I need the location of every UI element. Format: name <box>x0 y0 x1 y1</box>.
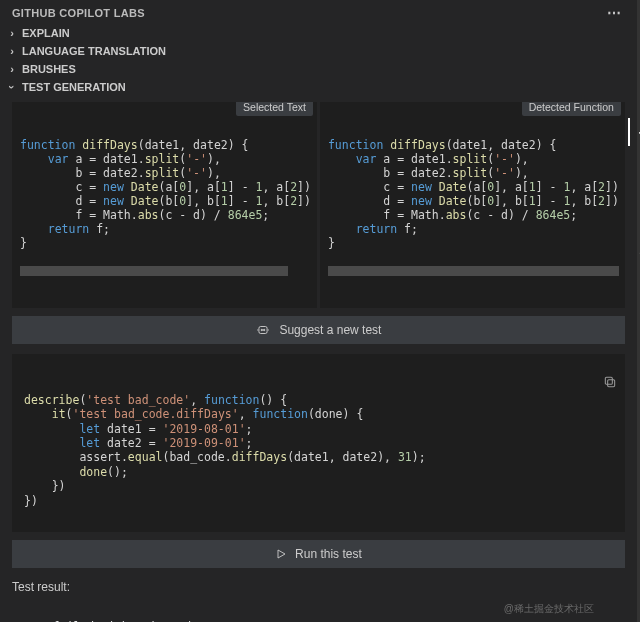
code-tag-detected: Detected Function <box>522 102 621 116</box>
chevron-right-icon: › <box>6 63 18 75</box>
generated-test-code: describe('test bad_code', function() { i… <box>12 354 625 532</box>
horizontal-scrollbar[interactable] <box>20 266 311 276</box>
panel-header: GITHUB COPILOT LABS ⋯ <box>0 0 637 24</box>
watermark-text: @稀土掘金技术社区 <box>504 602 594 616</box>
svg-marker-5 <box>278 550 285 558</box>
svg-point-1 <box>262 330 263 331</box>
button-label: Suggest a new test <box>279 323 381 337</box>
chevron-right-icon: › <box>6 45 18 57</box>
test-generation-content: Selected Text function diffDays(date1, d… <box>0 96 637 622</box>
section-label: EXPLAIN <box>22 27 70 39</box>
section-label: TEST GENERATION <box>22 81 126 93</box>
panel-title: GITHUB COPILOT LABS <box>12 7 145 19</box>
test-result-label: Test result: <box>12 580 625 594</box>
chevron-down-icon: › <box>6 81 18 93</box>
more-actions-icon[interactable]: ⋯ <box>603 6 625 20</box>
horizontal-scrollbar[interactable] <box>328 266 619 276</box>
button-label: Run this test <box>295 547 362 561</box>
detected-function-code: Detected Function function diffDays(date… <box>320 102 625 308</box>
code-comparison-row: Selected Text function diffDays(date1, d… <box>12 102 625 308</box>
section-label: LANGUAGE TRANSLATION <box>22 45 166 57</box>
run-test-button[interactable]: Run this test <box>12 540 625 568</box>
section-label: BRUSHES <box>22 63 76 75</box>
section-test-generation[interactable]: › TEST GENERATION <box>0 78 637 96</box>
section-explain[interactable]: › EXPLAIN <box>0 24 637 42</box>
selected-text-code: Selected Text function diffDays(date1, d… <box>12 102 317 308</box>
play-icon <box>275 548 287 560</box>
copy-icon[interactable] <box>547 360 616 406</box>
section-language-translation[interactable]: › LANGUAGE TRANSLATION <box>0 42 637 60</box>
svg-rect-3 <box>608 379 615 386</box>
section-brushes[interactable]: › BRUSHES <box>0 60 637 78</box>
svg-rect-4 <box>605 377 612 384</box>
suggest-test-button[interactable]: Suggest a new test <box>12 316 625 344</box>
code-tag-selected: Selected Text <box>236 102 313 116</box>
chevron-right-icon: › <box>6 27 18 39</box>
copilot-icon <box>255 323 271 337</box>
svg-point-2 <box>264 330 265 331</box>
copilot-labs-panel: GITHUB COPILOT LABS ⋯ › EXPLAIN › LANGUA… <box>0 0 637 622</box>
